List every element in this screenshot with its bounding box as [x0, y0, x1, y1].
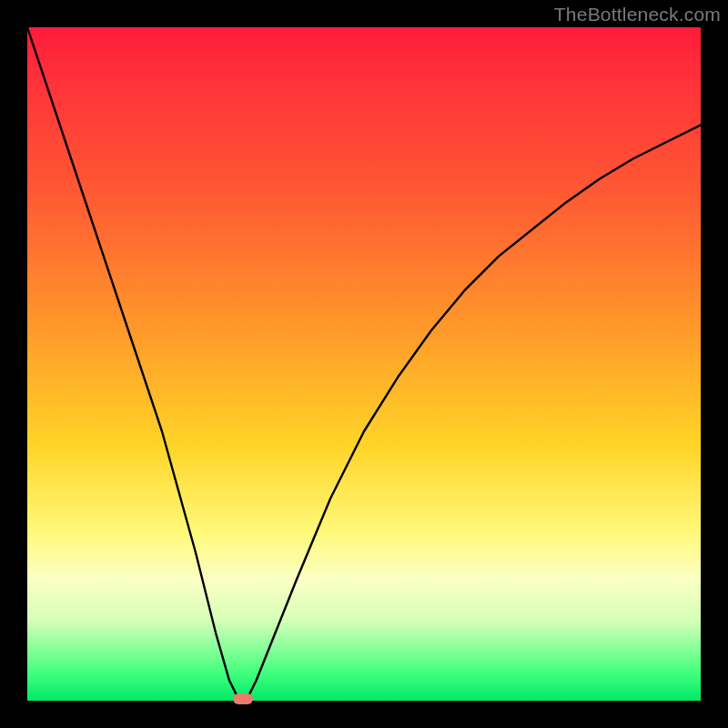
- watermark-text: TheBottleneck.com: [554, 4, 721, 25]
- chart-plot-area: [27, 27, 701, 701]
- bottleneck-curve: [27, 27, 701, 701]
- minimum-marker: [233, 693, 253, 704]
